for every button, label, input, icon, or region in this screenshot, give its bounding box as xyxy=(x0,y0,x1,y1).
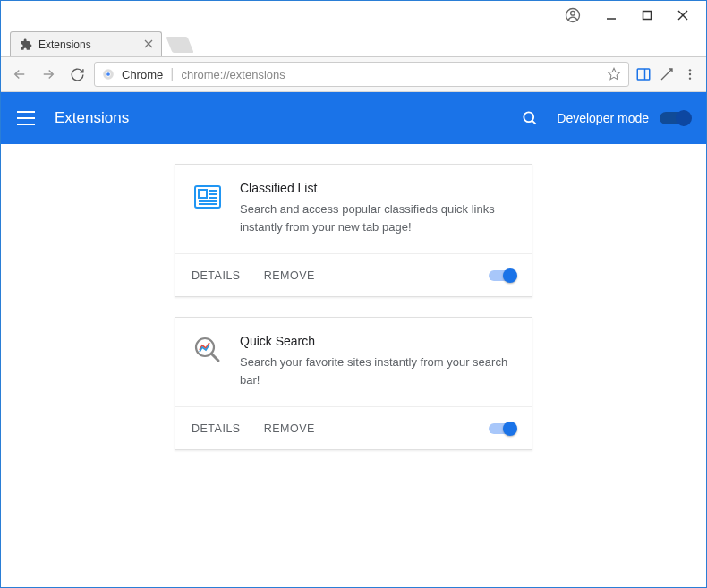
browser-tab[interactable]: Extensions xyxy=(10,31,162,56)
search-icon[interactable] xyxy=(521,109,539,127)
svg-rect-11 xyxy=(637,69,650,80)
panel-icon[interactable] xyxy=(635,65,652,83)
magnifier-chart-icon xyxy=(192,334,224,366)
svg-rect-3 xyxy=(643,12,652,20)
url-text: chrome://extensions xyxy=(181,68,600,81)
tab-close-icon[interactable] xyxy=(143,38,154,49)
tab-strip: Extensions xyxy=(1,30,706,56)
svg-line-26 xyxy=(211,354,218,361)
address-bar[interactable]: Chrome | chrome://extensions xyxy=(94,62,629,87)
window-minimize-button[interactable] xyxy=(593,3,629,28)
extension-enable-toggle[interactable] xyxy=(489,270,515,281)
extension-card: Classified List Search and access popula… xyxy=(175,164,532,297)
svg-point-14 xyxy=(689,73,691,75)
developer-mode-toggle[interactable] xyxy=(660,112,690,124)
developer-mode-label: Developer mode xyxy=(557,111,649,125)
svg-point-1 xyxy=(571,11,575,15)
extension-enable-toggle[interactable] xyxy=(489,423,515,434)
details-button[interactable]: DETAILS xyxy=(192,422,241,435)
browser-window: Extensions Chrome | chrome://extensions … xyxy=(0,0,707,588)
extension-puzzle-icon xyxy=(20,38,32,51)
menu-dots-icon[interactable] xyxy=(681,65,699,83)
bookmark-star-icon[interactable] xyxy=(607,67,621,81)
newspaper-icon xyxy=(192,181,224,213)
back-button[interactable] xyxy=(8,63,31,86)
svg-point-13 xyxy=(689,69,691,71)
tab-title: Extensions xyxy=(38,38,91,51)
extension-toolbar-icon[interactable] xyxy=(658,65,676,83)
svg-point-16 xyxy=(524,112,534,122)
remove-button[interactable]: REMOVE xyxy=(264,422,315,435)
details-button[interactable]: DETAILS xyxy=(192,269,241,282)
reload-button[interactable] xyxy=(65,63,89,86)
window-maximize-button[interactable] xyxy=(629,3,665,28)
extension-name: Quick Search xyxy=(240,334,515,348)
browser-toolbar: Chrome | chrome://extensions xyxy=(1,56,706,92)
extension-description: Search your favorite sites instantly fro… xyxy=(240,354,515,388)
extension-name: Classified List xyxy=(240,181,515,195)
extension-description: Search and access popular classifieds qu… xyxy=(240,200,515,235)
window-titlebar xyxy=(1,1,706,30)
page-title: Extensions xyxy=(55,109,521,127)
user-profile-icon[interactable] xyxy=(565,7,581,23)
url-scheme-label: Chrome xyxy=(122,68,163,81)
svg-point-15 xyxy=(689,77,691,79)
forward-button[interactable] xyxy=(37,63,60,86)
window-close-button[interactable] xyxy=(665,3,701,28)
new-tab-button[interactable] xyxy=(166,37,193,53)
menu-hamburger-icon[interactable] xyxy=(17,111,35,125)
chrome-icon xyxy=(102,68,115,81)
remove-button[interactable]: REMOVE xyxy=(264,269,315,282)
extension-card: Quick Search Search your favorite sites … xyxy=(175,317,532,450)
svg-point-10 xyxy=(106,72,110,76)
svg-line-17 xyxy=(532,121,536,124)
extensions-list: pcrisk.com Classified List Search and ac… xyxy=(1,144,706,587)
extensions-appbar: Extensions Developer mode xyxy=(1,92,706,144)
svg-rect-19 xyxy=(199,190,207,198)
